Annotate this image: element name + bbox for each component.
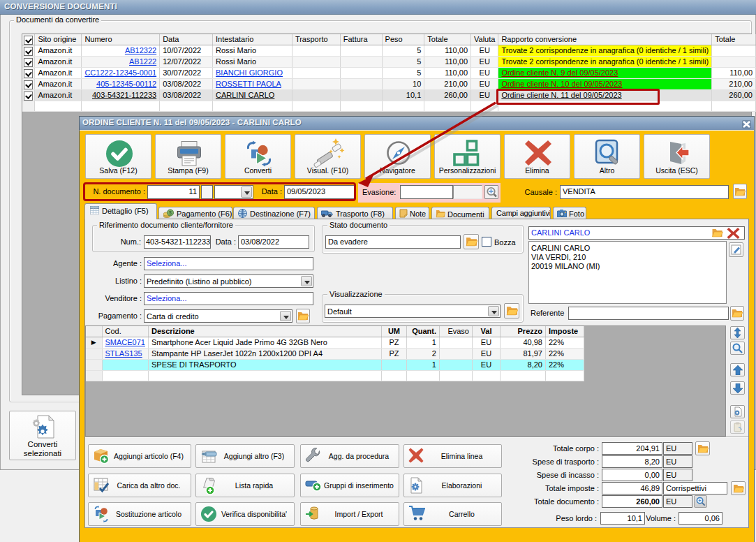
svg-text:$: $ (169, 210, 172, 215)
